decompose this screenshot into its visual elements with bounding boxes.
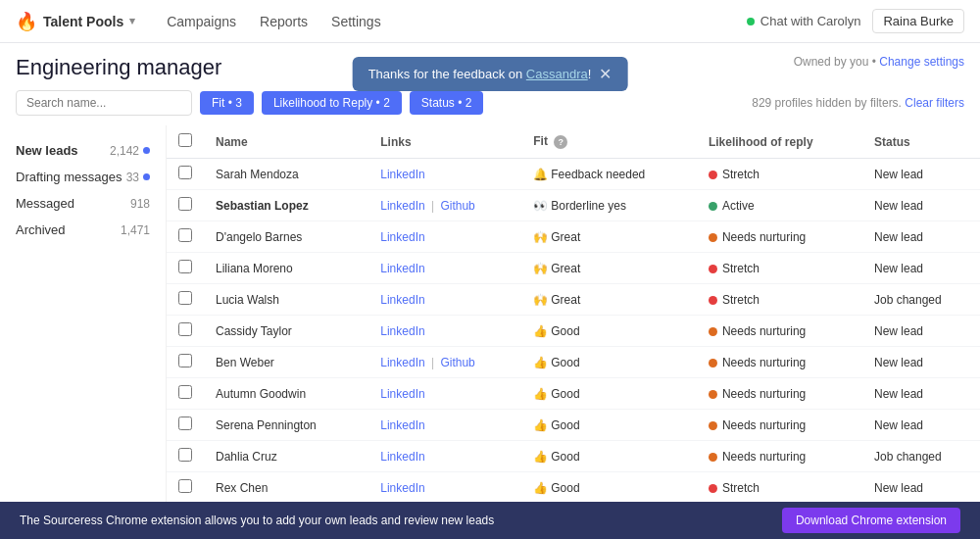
row-checkbox[interactable] <box>178 197 192 211</box>
sidebar-item-new-leads[interactable]: New leads 2,142 <box>0 137 166 164</box>
toast-text: Thanks for the feedback on Cassandra! <box>368 67 592 81</box>
cell-links: LinkedIn <box>368 221 521 253</box>
cell-likelihood: Needs nurturing <box>697 347 862 378</box>
leads-table-container: Name Links Fit ? Likelihood of reply Sta… <box>167 125 980 521</box>
nav-campaigns[interactable]: Campaigns <box>167 14 236 29</box>
row-checkbox[interactable] <box>178 291 192 305</box>
likelihood-dot <box>709 202 717 211</box>
brand-logo[interactable]: 🔥 Talent Pools ▾ <box>16 11 135 32</box>
row-checkbox[interactable] <box>178 354 192 368</box>
cell-links: LinkedIn <box>368 284 521 316</box>
likelihood-dot <box>709 484 717 493</box>
user-menu[interactable]: Raina Burke <box>872 9 964 33</box>
table-row: D'angelo BarnesLinkedIn🙌GreatNeeds nurtu… <box>167 221 980 253</box>
select-all-checkbox[interactable] <box>178 133 192 147</box>
cell-fit: 🙌Great <box>521 253 697 284</box>
sidebar-item-messaged[interactable]: Messaged 918 <box>0 190 166 217</box>
likelihood-label: Needs nurturing <box>722 230 806 244</box>
cell-links: LinkedIn <box>368 378 521 410</box>
link-linkedin[interactable]: LinkedIn <box>380 450 424 464</box>
fit-text: Good <box>551 324 579 338</box>
link-linkedin[interactable]: LinkedIn <box>380 199 424 213</box>
cell-fit: 👀Borderline yes <box>521 190 697 221</box>
cell-fit: 👍Good <box>521 472 697 504</box>
likelihood-label: Stretch <box>722 262 760 275</box>
fit-filter-button[interactable]: Fit • 3 <box>200 91 254 115</box>
likelihood-label: Needs nurturing <box>722 324 806 338</box>
cell-name: Autumn Goodwin <box>204 378 368 410</box>
fit-emoji: 👍 <box>533 481 548 495</box>
link-github[interactable]: Github <box>440 356 474 369</box>
cell-links: LinkedIn | Github <box>368 190 521 221</box>
row-checkbox[interactable] <box>178 416 192 430</box>
fit-text: Good <box>551 450 579 464</box>
row-checkbox[interactable] <box>178 385 192 399</box>
likelihood-filter-button[interactable]: Likelihood to Reply • 2 <box>262 91 402 115</box>
cell-likelihood: Active <box>697 190 862 221</box>
col-likelihood: Likelihood of reply <box>697 125 862 159</box>
sidebar-badge-drafting: 33 <box>126 171 150 184</box>
ownership-info: Owned by you • Change settings <box>794 55 964 69</box>
cell-name: Ben Weber <box>204 347 368 378</box>
change-settings-link[interactable]: Change settings <box>879 55 964 69</box>
row-checkbox[interactable] <box>178 166 192 179</box>
nav-right: Chat with Carolyn Raina Burke <box>747 9 964 33</box>
fit-emoji: 👍 <box>533 418 548 432</box>
chat-button[interactable]: Chat with Carolyn <box>747 14 861 28</box>
row-checkbox[interactable] <box>178 448 192 462</box>
likelihood-label: Needs nurturing <box>722 387 806 401</box>
nav-settings[interactable]: Settings <box>331 14 381 29</box>
table-row: Sarah MendozaLinkedIn🔔Feedback neededStr… <box>167 159 980 190</box>
link-linkedin[interactable]: LinkedIn <box>380 324 424 338</box>
link-linkedin[interactable]: LinkedIn <box>380 230 424 244</box>
link-linkedin[interactable]: LinkedIn <box>380 387 424 401</box>
cell-fit: 👍Good <box>521 441 697 472</box>
cell-status: New lead <box>862 378 980 410</box>
likelihood-label: Stretch <box>722 293 760 307</box>
nav-reports[interactable]: Reports <box>260 14 308 29</box>
likelihood-dot <box>709 453 717 462</box>
sidebar-label-messaged: Messaged <box>16 196 74 211</box>
row-checkbox[interactable] <box>178 228 192 242</box>
link-linkedin[interactable]: LinkedIn <box>380 481 424 495</box>
likelihood-dot <box>709 421 717 430</box>
cell-name: Cassidy Taylor <box>204 316 368 347</box>
cell-fit: 🙌Great <box>521 221 697 253</box>
table-row: Serena PenningtonLinkedIn👍GoodNeeds nurt… <box>167 410 980 441</box>
fit-text: Great <box>551 262 580 275</box>
cell-links: LinkedIn <box>368 472 521 504</box>
link-linkedin[interactable]: LinkedIn <box>380 293 424 307</box>
link-linkedin[interactable]: LinkedIn <box>380 418 424 432</box>
toast-name-link[interactable]: Cassandra <box>526 67 588 81</box>
link-separator: | <box>428 356 438 369</box>
row-checkbox[interactable] <box>178 322 192 336</box>
likelihood-label: Needs nurturing <box>722 450 806 464</box>
hidden-profiles-count: 829 profiles hidden by filters. Clear fi… <box>752 96 964 110</box>
cell-name: Rex Chen <box>204 472 368 504</box>
search-input[interactable] <box>16 90 192 116</box>
cell-links: LinkedIn <box>368 316 521 347</box>
sidebar-label-drafting: Drafting messages <box>16 170 122 184</box>
status-filter-button[interactable]: Status • 2 <box>410 91 484 115</box>
cell-links: LinkedIn <box>368 159 521 190</box>
download-extension-button[interactable]: Download Chrome extension <box>782 508 960 521</box>
link-linkedin[interactable]: LinkedIn <box>380 356 424 369</box>
fit-emoji: 👍 <box>533 356 548 369</box>
select-all-checkbox-col <box>167 125 204 159</box>
clear-filters-link[interactable]: Clear filters <box>905 96 964 110</box>
sidebar-item-drafting[interactable]: Drafting messages 33 <box>0 164 166 190</box>
row-checkbox[interactable] <box>178 479 192 493</box>
row-checkbox[interactable] <box>178 260 192 273</box>
likelihood-dot <box>709 359 717 368</box>
table-body: Sarah MendozaLinkedIn🔔Feedback neededStr… <box>167 159 980 522</box>
likelihood-dot <box>709 296 717 305</box>
link-github[interactable]: Github <box>440 199 474 213</box>
col-fit: Fit ? <box>521 125 697 159</box>
link-linkedin[interactable]: LinkedIn <box>380 262 424 275</box>
table-row: Sebastian LopezLinkedIn | Github👀Borderl… <box>167 190 980 221</box>
sidebar-item-archived[interactable]: Archived 1,471 <box>0 217 166 243</box>
link-linkedin[interactable]: LinkedIn <box>380 168 424 181</box>
toast-close-button[interactable]: ✕ <box>599 65 612 83</box>
table-row: Liliana MorenoLinkedIn🙌GreatStretchNew l… <box>167 253 980 284</box>
fit-help-icon[interactable]: ? <box>554 135 567 149</box>
